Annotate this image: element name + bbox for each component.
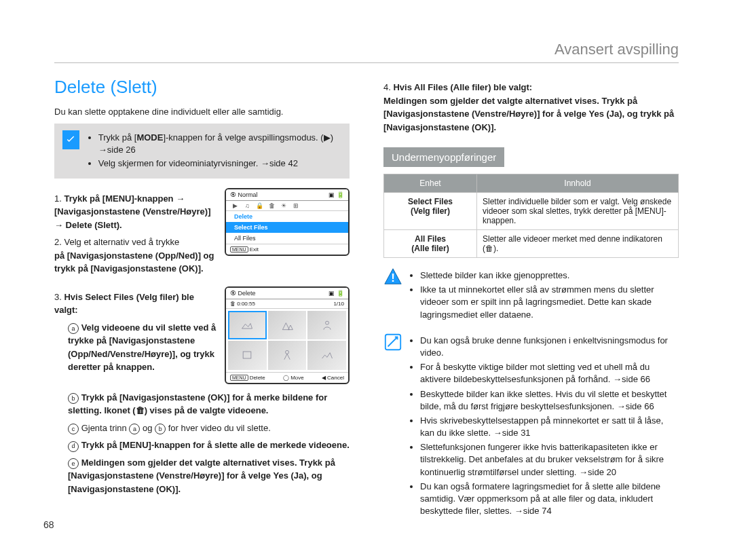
note-item: Slettefunksjonen fungerer ikke hvis batt… [420, 441, 679, 479]
svg-rect-1 [243, 352, 251, 358]
callout-line2: Velg skjermen for videominiatyrvisninger… [98, 158, 259, 168]
warning-list: Slettede bilder kan ikke gjenopprettes. … [409, 267, 679, 323]
note-item: Hvis skrivebeskyttelsestappen på minneko… [420, 415, 679, 439]
table-row: Select Files(Velg filer) Sletter individ… [384, 193, 679, 230]
callout-line1-key: MODE [136, 132, 163, 143]
table-row: All Files(Alle filer) Sletter alle video… [384, 230, 679, 258]
callout-line1-pre: Trykk på [ [98, 132, 137, 143]
step3e: Meldingen som gjelder det valgte alterna… [68, 458, 335, 494]
callout-line2-ref: side 42 [269, 158, 298, 168]
note-list: Du kan også bruke denne funksjonen i enk… [409, 333, 679, 520]
right-column: 4. Hvis All Files (Alle filer) ble valgt… [383, 77, 679, 519]
warning-icon: ! [383, 267, 402, 286]
step3-head: Hvis Select Files (Velg filer) ble valgt… [54, 292, 194, 316]
warn-item: Ikke ta ut minnekortet eller slå av strø… [420, 284, 679, 321]
warn-item: Slettede bilder kan ikke gjenopprettes. [420, 269, 679, 282]
step3c-pre: Gjenta trinn [81, 423, 130, 433]
note-item: Du kan også formatere lagringsmediet for… [420, 481, 679, 518]
step3d: Trykk på [MENU]-knappen for å slette all… [81, 440, 350, 450]
step2a: Velg et alternativ ved å trykke [64, 237, 179, 247]
note-item: Du kan også bruke denne funksjonen i enk… [420, 335, 679, 359]
submenu-heading: Undermenyoppføringer [383, 147, 504, 167]
page-title: Delete (Slett) [54, 77, 350, 98]
left-column: Delete (Slett) Du kan slette opptakene d… [54, 77, 350, 519]
step1: Trykk på [MENU]-knappen → [Navigasjonsta… [54, 193, 210, 230]
step3b: Trykk på [Navigasjonstastene (OK)] for å… [68, 392, 327, 416]
intro-text: Du kan slette opptakene dine individuelt… [54, 107, 350, 117]
note-item: For å beskytte viktige bilder mot sletti… [420, 361, 679, 386]
table-head-content: Innhold [477, 174, 679, 193]
step3c-post: for hver video du vil slette. [166, 423, 271, 433]
page-number: 68 [43, 519, 54, 530]
svg-point-0 [325, 321, 328, 324]
step4-head: Hvis All Files (Alle filer) ble valgt: [393, 82, 532, 92]
camcorder-delete-screenshot: ⦿ Delete ▣ 🔋 🗑 0:00:55 1/10 [225, 286, 350, 384]
step2b: på [Navigasjonstastene (Opp/Ned)] og try… [54, 250, 214, 274]
callout-line1-ref: side 26 [107, 145, 136, 155]
step3a: Velg videoene du vil slette ved å trykke… [68, 322, 216, 373]
step4-body: Meldingen som gjelder det valgte alterna… [383, 96, 674, 132]
section-header: Avansert avspilling [54, 41, 679, 63]
submenu-table: Enhet Innhold Select Files(Velg filer) S… [383, 174, 679, 258]
svg-text:!: ! [391, 272, 395, 284]
precondition-callout: Trykk på [MODE]-knappen for å velge avsp… [54, 124, 350, 179]
table-head-unit: Enhet [384, 174, 477, 193]
camcorder-menu-screenshot: ⦿ Normal ▣ 🔋 ▶♫🔒🗑☀⊞ Delete Select Files … [225, 188, 350, 256]
check-icon [62, 130, 79, 149]
note-icon [383, 333, 402, 352]
step3c-mid: og [140, 423, 155, 433]
play-icon: ▶ [324, 132, 331, 143]
callout-line1-post: ]-knappen for å velge avspillingsmodus. [163, 132, 318, 143]
note-item: Beskyttede bilder kan ikke slettes. Hvis… [420, 388, 679, 413]
